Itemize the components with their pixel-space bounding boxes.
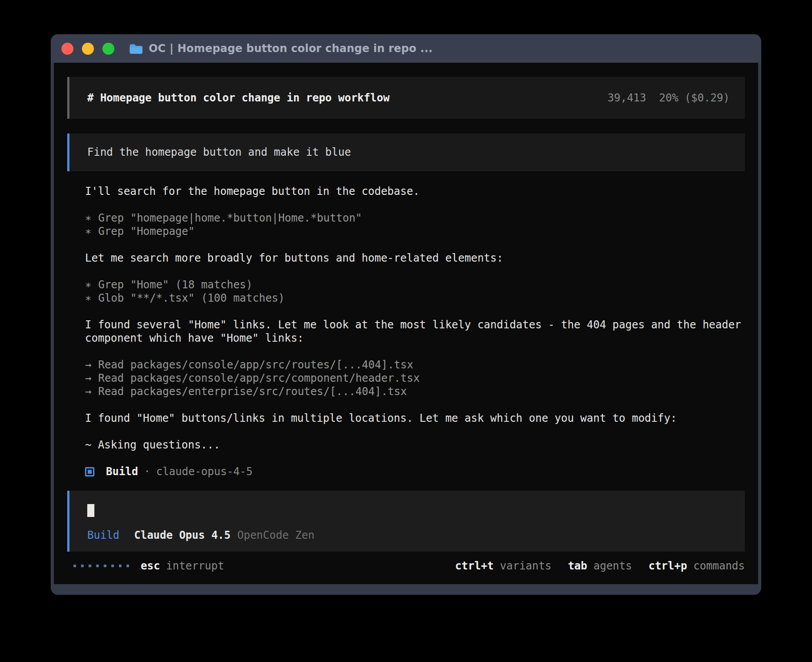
shortcut-label: variants	[500, 559, 552, 573]
session-stats: 39,41320%($0.29)	[608, 91, 730, 105]
activity-dot	[89, 565, 91, 567]
arrow-bullet-icon: →	[85, 385, 91, 398]
tool-call-group: →Read packages/console/app/src/routes/[.…	[85, 358, 745, 398]
token-count: 39,413	[608, 92, 646, 104]
model-label[interactable]: Claude Opus 4.5	[134, 529, 231, 542]
assistant-text: I found several "Home" links. Let me loo…	[85, 318, 745, 345]
activity-dots	[73, 565, 129, 567]
dot-separator: ·	[144, 465, 150, 478]
agent-status-line: Build · claude-opus-4-5	[85, 465, 745, 478]
terminal-content: # Homepage button color change in repo w…	[54, 63, 758, 584]
shortcut-interrupt: esc interrupt	[141, 559, 224, 573]
asterisk-bullet-icon: ∗	[85, 211, 91, 225]
statusbar-right: ctrl+t variants tab agents ctrl+p comman…	[455, 559, 745, 573]
activity-dot	[119, 565, 122, 567]
activity-status: ~ Asking questions...	[85, 438, 745, 452]
assistant-transcript: I'll search for the homepage button in t…	[85, 185, 745, 491]
mode-label[interactable]: Build	[87, 529, 119, 542]
shortcut-key: ctrl+p	[649, 559, 687, 573]
tool-call-text: Read packages/console/app/src/routes/[..…	[98, 359, 413, 371]
tool-call-group: ∗Grep "Home" (18 matches) ∗Glob "**/*.ts…	[85, 278, 745, 305]
tool-call-group: ∗Grep "homepage|home.*button|Home.*butto…	[85, 211, 745, 238]
tool-call-text: Read packages/enterprise/src/routes/[...…	[98, 385, 407, 398]
desktop: OC | Homepage button color change in rep…	[0, 0, 812, 662]
tool-call-read: →Read packages/enterprise/src/routes/[..…	[85, 385, 745, 398]
shortcut-key: tab	[568, 559, 587, 573]
tool-call-grep: ∗Grep "Home" (18 matches)	[85, 278, 745, 291]
tool-call-text: Grep "homepage|home.*button|Home.*button…	[98, 212, 361, 224]
minimize-button[interactable]	[82, 43, 94, 55]
activity-dot	[81, 565, 84, 567]
shortcut-label: commands	[693, 559, 745, 573]
assistant-text: I found "Home" buttons/links in multiple…	[85, 412, 745, 425]
assistant-text: Let me search more broadly for buttons a…	[85, 251, 745, 265]
tool-call-grep: ∗Grep "homepage|home.*button|Home.*butto…	[85, 211, 745, 225]
agent-square-dot	[88, 470, 92, 474]
shortcut-label: agents	[593, 559, 632, 573]
close-button[interactable]	[61, 43, 73, 55]
agent-name: Build	[106, 465, 138, 478]
tool-call-read: →Read packages/console/app/src/component…	[85, 371, 745, 385]
asterisk-bullet-icon: ∗	[85, 291, 91, 305]
activity-dot	[73, 565, 76, 567]
tool-call-text: Grep "Home" (18 matches)	[98, 279, 252, 291]
titlebar[interactable]: OC | Homepage button color change in rep…	[51, 34, 761, 63]
tool-call-grep: ∗Grep "Homepage"	[85, 225, 745, 238]
session-header: # Homepage button color change in repo w…	[67, 77, 745, 119]
provider-label: OpenCode Zen	[237, 529, 314, 542]
tool-call-glob: ∗Glob "**/*.tsx" (100 matches)	[85, 291, 745, 305]
shortcut-variants: ctrl+t variants	[455, 559, 551, 573]
terminal-window: OC | Homepage button color change in rep…	[51, 34, 761, 595]
tool-call-text: Glob "**/*.tsx" (100 matches)	[98, 292, 284, 304]
context-percent: 20%	[659, 92, 678, 104]
statusbar-left: esc interrupt	[67, 559, 224, 573]
prompt-input[interactable]: Build Claude Opus 4.5 OpenCode Zen	[67, 491, 745, 552]
shortcut-key: esc	[141, 559, 160, 573]
text-cursor	[87, 504, 94, 517]
user-message: Find the homepage button and make it blu…	[67, 133, 745, 172]
arrow-bullet-icon: →	[85, 358, 91, 371]
asterisk-bullet-icon: ∗	[85, 225, 91, 238]
tool-call-text: Grep "Homepage"	[98, 225, 195, 238]
tool-call-read: →Read packages/console/app/src/routes/[.…	[85, 358, 745, 371]
window-title: OC | Homepage button color change in rep…	[149, 42, 433, 55]
statusbar: esc interrupt ctrl+t variants tab agents…	[67, 559, 745, 573]
activity-dot	[104, 565, 106, 567]
session-title: # Homepage button color change in repo w…	[87, 91, 390, 105]
activity-dot	[111, 565, 114, 567]
agent-square-icon	[85, 467, 94, 476]
shortcut-key: ctrl+t	[455, 559, 494, 573]
activity-dot	[126, 565, 129, 567]
tool-call-text: Read packages/console/app/src/component/…	[98, 372, 419, 384]
maximize-button[interactable]	[102, 43, 114, 55]
asterisk-bullet-icon: ∗	[85, 278, 91, 291]
activity-dot	[96, 565, 99, 567]
arrow-bullet-icon: →	[85, 371, 91, 385]
shortcut-commands: ctrl+p commands	[649, 559, 745, 573]
agent-model: claude-opus-4-5	[156, 465, 253, 478]
shortcut-label: interrupt	[166, 559, 224, 573]
traffic-lights	[61, 43, 114, 55]
shortcut-agents: tab agents	[568, 559, 632, 573]
session-cost: ($0.29)	[685, 92, 730, 104]
assistant-text: I'll search for the homepage button in t…	[85, 185, 745, 198]
user-message-text: Find the homepage button and make it blu…	[87, 145, 351, 159]
input-meta: Build Claude Opus 4.5 OpenCode Zen	[87, 529, 727, 542]
folder-icon	[129, 43, 143, 54]
